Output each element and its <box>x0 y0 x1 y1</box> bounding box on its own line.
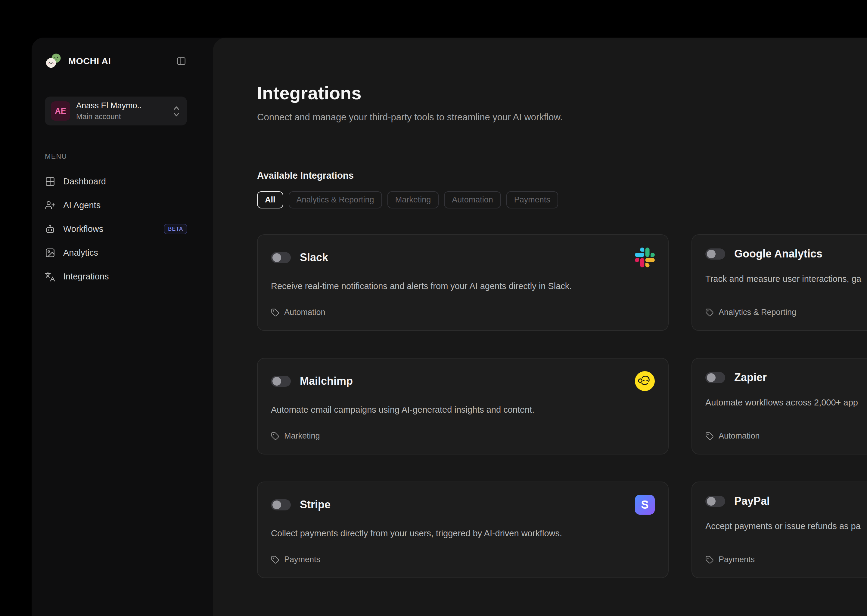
account-subtitle: Main account <box>76 112 142 121</box>
filter-chip-automation[interactable]: Automation <box>444 191 501 209</box>
sidebar-collapse-button[interactable] <box>175 55 187 67</box>
integration-name: Slack <box>300 251 328 264</box>
slack-toggle[interactable] <box>271 252 291 263</box>
integration-card-zapier: Zapier Automate workflows across 2,000+ … <box>692 358 867 454</box>
integration-tag: Automation <box>705 431 867 441</box>
tag-icon <box>271 432 279 440</box>
account-switcher[interactable]: AE Anass El Maymo.. Main account <box>45 97 187 126</box>
filter-chip-marketing[interactable]: Marketing <box>388 191 439 209</box>
slack-icon <box>635 248 655 267</box>
integration-card-google-analytics: Google Analytics Track and measure user … <box>692 234 867 331</box>
sidebar-item-analytics[interactable]: Analytics <box>45 241 187 265</box>
integration-tag: Payments <box>271 555 655 564</box>
sidebar-item-ai-agents[interactable]: AI Agents <box>45 193 187 217</box>
integration-tag-label: Payments <box>719 555 755 564</box>
tag-icon <box>705 556 714 564</box>
sidebar-item-label: Integrations <box>63 272 109 281</box>
integration-tag: Automation <box>271 308 655 317</box>
stripe-toggle[interactable] <box>271 499 291 511</box>
mailchimp-icon <box>635 371 655 391</box>
sidebar-item-label: Analytics <box>63 248 98 258</box>
bot-icon <box>45 224 55 234</box>
mochi-logo-icon <box>45 52 62 70</box>
integration-description: Receive real-time notifications and aler… <box>271 281 655 291</box>
integration-name: PayPal <box>734 495 770 508</box>
chevron-up-down-icon <box>172 105 181 117</box>
user-plus-icon <box>45 200 55 211</box>
sidebar-menu: Dashboard AI Agents <box>45 170 187 288</box>
integration-name: Mailchimp <box>300 375 353 387</box>
integration-name: Stripe <box>300 498 331 511</box>
integration-tag-label: Marketing <box>284 431 320 441</box>
integration-card-stripe: Stripe S Collect payments directly from … <box>257 482 668 578</box>
integration-card-slack: Slack Receive real-time notifications an… <box>257 234 668 331</box>
zapier-toggle[interactable] <box>705 372 725 383</box>
filter-chip-all[interactable]: All <box>257 191 283 209</box>
integration-name: Zapier <box>734 371 767 384</box>
filter-chip-analytics-reporting[interactable]: Analytics & Reporting <box>289 191 382 209</box>
page-subtitle: Connect and manage your third-party tool… <box>257 112 867 123</box>
integration-tag-label: Automation <box>719 431 760 441</box>
analytics-icon <box>45 248 55 258</box>
sidebar-item-integrations[interactable]: Integrations <box>45 265 187 288</box>
integration-name: Google Analytics <box>734 248 823 260</box>
menu-section-label: MENU <box>45 152 187 160</box>
page-title: Integrations <box>257 83 867 104</box>
integration-description: Track and measure user interactions, ga <box>705 274 867 284</box>
integration-tag-label: Analytics & Reporting <box>719 308 796 317</box>
panel-left-icon <box>176 56 186 66</box>
account-texts: Anass El Maymo.. Main account <box>76 101 142 121</box>
app-window: MOCHI AI AE Anass El Maymo.. Main accoun… <box>32 38 867 616</box>
tag-icon <box>705 308 714 317</box>
integration-description: Collect payments directly from your user… <box>271 528 655 538</box>
paypal-toggle[interactable] <box>705 496 725 507</box>
sidebar: MOCHI AI AE Anass El Maymo.. Main accoun… <box>32 38 213 616</box>
sidebar-item-label: AI Agents <box>63 200 101 210</box>
languages-icon <box>45 271 55 282</box>
filter-chip-payments[interactable]: Payments <box>506 191 558 209</box>
tag-icon <box>271 308 279 317</box>
integration-tag: Marketing <box>271 431 655 441</box>
sidebar-item-label: Dashboard <box>63 176 106 187</box>
integration-card-paypal: PayPal Accept payments or issue refunds … <box>692 482 867 578</box>
integration-description: Automate workflows across 2,000+ app <box>705 398 867 407</box>
mailchimp-toggle[interactable] <box>271 376 291 387</box>
integration-tag: Payments <box>705 555 867 564</box>
tag-icon <box>705 432 714 440</box>
tag-icon <box>271 556 279 564</box>
filter-chips: All Analytics & Reporting Marketing Auto… <box>257 191 867 209</box>
available-integrations-heading: Available Integrations <box>257 170 867 181</box>
stripe-icon: S <box>635 495 655 515</box>
integration-tag: Analytics & Reporting <box>705 308 867 317</box>
integration-tag-label: Automation <box>284 308 325 317</box>
account-name: Anass El Maymo.. <box>76 101 142 110</box>
grid-icon <box>45 176 55 187</box>
integration-card-mailchimp: Mailchimp <box>257 358 668 454</box>
google-analytics-toggle[interactable] <box>705 248 725 259</box>
sidebar-item-label: Workflows <box>63 224 103 234</box>
sidebar-item-workflows[interactable]: Workflows BETA <box>45 217 187 241</box>
sidebar-item-dashboard[interactable]: Dashboard <box>45 170 187 193</box>
integration-tag-label: Payments <box>284 555 320 564</box>
app-title: MOCHI AI <box>68 56 111 66</box>
beta-badge: BETA <box>164 224 187 234</box>
integration-description: Accept payments or issue refunds as pa <box>705 521 867 531</box>
integrations-grid: Slack Receive real-time notifications an… <box>257 234 867 578</box>
integration-description: Automate email campaigns using AI-genera… <box>271 405 655 415</box>
main-content: Integrations Connect and manage your thi… <box>213 38 867 616</box>
account-avatar: AE <box>51 101 70 121</box>
logo-row: MOCHI AI <box>45 52 187 70</box>
